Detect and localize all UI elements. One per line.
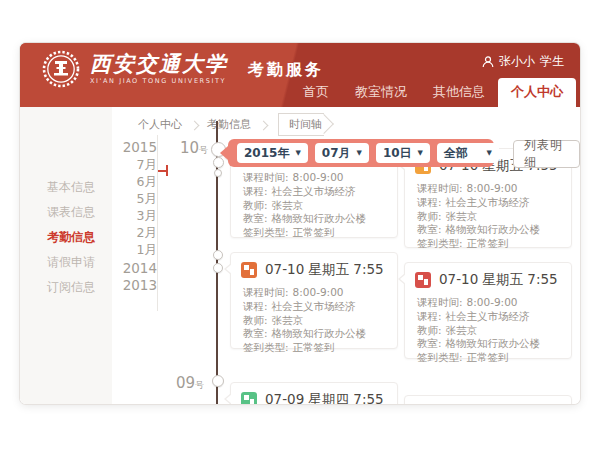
- chevron-down-icon: ▼: [418, 149, 423, 157]
- field-label: 课程:: [243, 185, 268, 197]
- tnav-month-5[interactable]: 5月: [115, 190, 157, 207]
- timeline-day-label-09: 09号: [168, 374, 204, 392]
- field-value: 张芸京: [272, 314, 304, 326]
- card-header: 07-09 星期四 7:55: [231, 383, 397, 404]
- selected-month-marker: [158, 170, 166, 172]
- field-value: 正常签到: [293, 226, 335, 238]
- chevron-right-icon: [259, 120, 269, 130]
- field-label: 课程时间:: [417, 182, 463, 194]
- field-value: 社会主义市场经济: [272, 185, 356, 197]
- field-label: 签到类型:: [243, 341, 289, 353]
- timeline-day-label-10: 10号: [172, 139, 208, 157]
- field-value: 社会主义市场经济: [272, 300, 356, 312]
- field-label: 签到类型:: [417, 237, 463, 249]
- status-badge-icon: [241, 392, 257, 404]
- tnav-month-2[interactable]: 2月: [115, 224, 157, 241]
- field-value: 社会主义市场经济: [446, 310, 530, 322]
- field-value: 正常签到: [467, 237, 509, 249]
- tnav-month-6[interactable]: 6月: [115, 173, 157, 190]
- attendance-card: 07-10 星期五 7:55 课程时间:8:00-9:00 课程:社会主义市场经…: [230, 252, 398, 349]
- field-label: 教师:: [243, 199, 268, 211]
- sidebar-item-attendance-info[interactable]: 考勤信息: [47, 229, 107, 246]
- field-value: 格物致知行政办公楼: [272, 212, 367, 224]
- breadcrumb-personal-center[interactable]: 个人中心: [138, 117, 182, 132]
- sidebar-item-subscription-info[interactable]: 订阅信息: [47, 279, 107, 296]
- chevron-right-icon: [190, 120, 200, 130]
- tnav-month-7[interactable]: 7月: [115, 156, 157, 173]
- card-date-title: 07-10 星期五 7:55: [265, 261, 384, 279]
- tnav-month-1[interactable]: 1月: [115, 241, 157, 258]
- field-label: 教室:: [243, 327, 268, 339]
- card-fields: 课程时间:8:00-9:00 课程:社会主义市场经济 教师:张芸京 教室:格物致…: [405, 180, 571, 260]
- field-value: 正常签到: [293, 341, 335, 353]
- user-icon: [482, 56, 494, 68]
- field-label: 课程:: [417, 310, 442, 322]
- field-label: 课程:: [417, 196, 442, 208]
- main-nav: 首页 教室情况 其他信息 个人中心: [290, 78, 576, 107]
- breadcrumb-attendance-info[interactable]: 考勤信息: [207, 117, 251, 132]
- field-label: 教室:: [417, 223, 442, 235]
- breadcrumb-timeline-current[interactable]: 时间轴: [278, 113, 324, 136]
- breadcrumb: 个人中心 考勤信息 时间轴: [138, 113, 324, 136]
- nav-home[interactable]: 首页: [290, 78, 342, 107]
- tnav-year-2014[interactable]: 2014: [115, 260, 157, 277]
- card-header: 07-10 星期五 7:55: [231, 253, 397, 284]
- card-date-title: 07-09 星期四 7:55: [265, 391, 384, 404]
- app-window: 西安交通大学 XI'AN JIAO TONG UNIVERSITY 考勤服务 张…: [20, 43, 580, 404]
- field-label: 教师:: [417, 210, 442, 222]
- chevron-down-icon: ▼: [357, 149, 362, 157]
- page: 西安交通大学 XI'AN JIAO TONG UNIVERSITY 考勤服务 张…: [0, 0, 600, 450]
- card-header: 07-10 星期五 7:55: [405, 263, 571, 294]
- tnav-year-2013[interactable]: 2013: [115, 277, 157, 294]
- university-name-block: 西安交通大学 XI'AN JIAO TONG UNIVERSITY: [90, 53, 228, 85]
- year-dropdown[interactable]: 2015年 ▼: [237, 143, 308, 163]
- nav-other-info[interactable]: 其他信息: [420, 78, 498, 107]
- tnav-month-3[interactable]: 3月: [115, 207, 157, 224]
- tnav-year-2015[interactable]: 2015: [115, 139, 157, 156]
- field-label: 教师:: [417, 324, 442, 336]
- attendance-card: 07-10 星期五 7:55 课程时间:8:00-9:00 课程:社会主义市场经…: [404, 262, 572, 359]
- sidebar-item-basic-info[interactable]: 基本信息: [47, 179, 107, 196]
- field-label: 教师:: [243, 314, 268, 326]
- attendance-card: [404, 395, 572, 404]
- chevron-down-icon: ▼: [295, 149, 300, 157]
- status-badge-icon: [241, 262, 257, 278]
- app-header: 西安交通大学 XI'AN JIAO TONG UNIVERSITY 考勤服务 张…: [20, 43, 580, 107]
- selected-month-marker-bar: [166, 165, 168, 176]
- timeline-year-month-nav: 2015 7月 6月 5月 3月 2月 1月 2014 2013: [115, 139, 157, 294]
- day-dropdown[interactable]: 10日 ▼: [376, 143, 430, 163]
- field-value: 格物致知行政办公楼: [446, 223, 541, 235]
- field-value: 格物致知行政办公楼: [272, 327, 367, 339]
- field-value: 8:00-9:00: [293, 171, 344, 183]
- field-value: 8:00-9:00: [467, 182, 518, 194]
- timeline-nav-divider: [157, 135, 158, 311]
- type-dropdown[interactable]: 全部 ▼: [437, 143, 499, 163]
- list-detail-button[interactable]: 列表明细: [513, 140, 580, 168]
- field-value: 社会主义市场经济: [446, 196, 530, 208]
- timeline-node: [212, 375, 224, 387]
- month-dropdown[interactable]: 07月 ▼: [315, 143, 369, 163]
- user-info[interactable]: 张小小 学生: [482, 53, 564, 70]
- nav-classroom[interactable]: 教室情况: [342, 78, 420, 107]
- field-value: 张芸京: [272, 199, 304, 211]
- nav-personal-center[interactable]: 个人中心: [498, 78, 576, 107]
- field-label: 课程时间:: [243, 286, 289, 298]
- timeline-node: [213, 263, 223, 273]
- app-body: 基本信息 课表信息 考勤信息 请假申请 订阅信息 个人中心 考勤信息 时间轴 2…: [20, 107, 580, 404]
- sidebar-item-schedule-info[interactable]: 课表信息: [47, 204, 107, 221]
- filter-bar: 2015年 ▼ 07月 ▼ 10日 ▼ 全部 ▼: [228, 139, 494, 167]
- field-value: 8:00-9:00: [467, 296, 518, 308]
- card-fields: 课程时间:8:00-9:00 课程:社会主义市场经济 教师:张芸京 教室:格物致…: [231, 284, 397, 364]
- user-name: 张小小: [499, 53, 535, 70]
- brand: 西安交通大学 XI'AN JIAO TONG UNIVERSITY 考勤服务: [42, 50, 324, 88]
- status-badge-icon: [415, 272, 431, 288]
- card-date-title: 07-10 星期五 7:55: [439, 271, 558, 289]
- sidebar-item-leave-request[interactable]: 请假申请: [47, 254, 107, 271]
- field-label: 签到类型:: [243, 226, 289, 238]
- timeline-node: [214, 169, 222, 177]
- chevron-down-icon: ▼: [487, 149, 492, 157]
- field-value: 张芸京: [446, 210, 478, 222]
- field-label: 签到类型:: [417, 351, 463, 363]
- field-value: 张芸京: [446, 324, 478, 336]
- university-name-en: XI'AN JIAO TONG UNIVERSITY: [90, 78, 228, 85]
